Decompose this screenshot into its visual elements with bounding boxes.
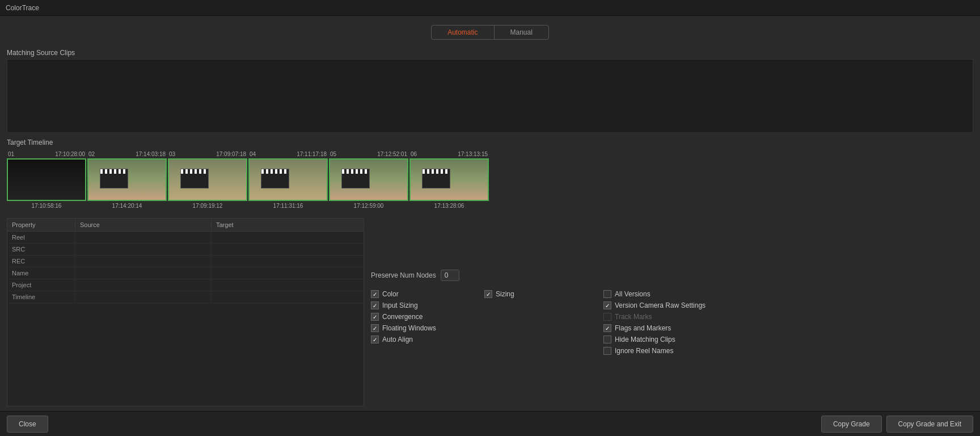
automatic-mode-button[interactable]: Automatic bbox=[432, 26, 494, 39]
clip-start-tc: 17:09:07:18 bbox=[216, 151, 246, 157]
prop-cell-source bbox=[75, 267, 212, 279]
check-item-ignore_reel_names: Ignore Reel Names bbox=[603, 347, 734, 355]
prop-row-src: SRC bbox=[7, 244, 364, 255]
checkbox-auto_align[interactable] bbox=[371, 336, 379, 343]
prop-cell-target bbox=[212, 255, 364, 267]
prop-cell-source bbox=[75, 232, 212, 243]
clapboard-icon bbox=[422, 169, 450, 188]
prop-cell-target bbox=[212, 244, 364, 255]
options-col-1: Color Input Sizing Convergence Floating … bbox=[371, 290, 473, 343]
clip-scene bbox=[411, 160, 488, 200]
prop-row-project: Project bbox=[7, 279, 364, 291]
label-convergence[interactable]: Convergence bbox=[382, 313, 423, 321]
main-content: Automatic Manual Matching Source Clips T… bbox=[0, 16, 980, 436]
prop-row-rec: REC bbox=[7, 255, 364, 267]
prop-cell-source bbox=[75, 255, 212, 267]
label-auto_align[interactable]: Auto Align bbox=[382, 336, 413, 343]
prop-cell-property: Project bbox=[7, 279, 75, 291]
label-all_versions[interactable]: All Versions bbox=[615, 290, 650, 298]
label-floating_windows[interactable]: Floating Windows bbox=[382, 324, 436, 332]
timeline-clip-2[interactable]: 02 17:14:03:18 17:14:20:14 bbox=[87, 151, 167, 209]
mode-section: Automatic Manual bbox=[0, 16, 980, 45]
checkbox-input_sizing[interactable] bbox=[371, 301, 379, 309]
clip-thumbnail[interactable] bbox=[409, 158, 489, 201]
clip-thumbnail[interactable] bbox=[329, 158, 408, 201]
clip-header: 06 17:13:13:15 bbox=[409, 151, 489, 157]
timeline-clip-5[interactable]: 05 17:12:52:01 17:12:59:00 bbox=[329, 151, 408, 209]
clapboard-icon bbox=[261, 169, 289, 188]
prop-col-source: Source bbox=[75, 219, 212, 231]
checkbox-color[interactable] bbox=[371, 290, 379, 298]
clip-id: 01 bbox=[8, 151, 14, 157]
checkbox-all_versions[interactable] bbox=[603, 290, 611, 298]
prop-cell-target bbox=[212, 291, 364, 303]
title-bar: ColorTrace bbox=[0, 0, 980, 16]
clip-id: 05 bbox=[330, 151, 336, 157]
check-item-all_versions: All Versions bbox=[603, 290, 734, 298]
options-columns: Color Input Sizing Convergence Floating … bbox=[371, 290, 973, 355]
clapboard-icon bbox=[180, 169, 209, 188]
clip-end-tc: 17:10:58:16 bbox=[32, 203, 62, 209]
checkbox-flags_markers[interactable] bbox=[603, 324, 611, 332]
clip-header: 03 17:09:07:18 bbox=[168, 151, 247, 157]
matching-clips-area bbox=[7, 59, 973, 133]
prop-row-reel: Reel bbox=[7, 232, 364, 244]
clip-start-tc: 17:11:17:18 bbox=[297, 151, 327, 157]
timeline-clips: 01 17:10:28:00 17:10:58:16 02 17:14:03:1… bbox=[7, 149, 973, 211]
copy-grade-exit-button[interactable]: Copy Grade and Exit bbox=[886, 416, 973, 433]
preserve-num-nodes-label: Preserve Num Nodes bbox=[371, 271, 436, 279]
label-color[interactable]: Color bbox=[382, 290, 399, 298]
clip-thumbnail[interactable] bbox=[7, 158, 86, 201]
label-track_marks: Track Marks bbox=[615, 313, 652, 321]
manual-mode-button[interactable]: Manual bbox=[495, 26, 548, 39]
prop-cell-source bbox=[75, 291, 212, 303]
prop-cell-target bbox=[212, 279, 364, 291]
check-item-hide_matching: Hide Matching Clips bbox=[603, 336, 734, 343]
checkbox-floating_windows[interactable] bbox=[371, 324, 379, 332]
clip-start-tc: 17:13:13:15 bbox=[458, 151, 488, 157]
clip-start-tc: 17:12:52:01 bbox=[377, 151, 407, 157]
clip-thumbnail[interactable] bbox=[87, 158, 167, 201]
prop-cell-source bbox=[75, 244, 212, 255]
check-item-convergence: Convergence bbox=[371, 313, 473, 321]
prop-cell-target bbox=[212, 267, 364, 279]
timeline-clip-6[interactable]: 06 17:13:13:15 17:13:28:06 bbox=[409, 151, 489, 209]
clip-id: 04 bbox=[250, 151, 256, 157]
label-input_sizing[interactable]: Input Sizing bbox=[382, 301, 418, 309]
label-ignore_reel_names[interactable]: Ignore Reel Names bbox=[615, 347, 673, 355]
clip-end-tc: 17:12:59:00 bbox=[354, 203, 384, 209]
check-item-auto_align: Auto Align bbox=[371, 336, 473, 343]
check-item-version_camera_raw: Version Camera Raw Settings bbox=[603, 301, 734, 309]
bottom-bar: Close Copy Grade Copy Grade and Exit bbox=[0, 411, 980, 436]
right-buttons: Copy Grade Copy Grade and Exit bbox=[821, 416, 973, 433]
prop-table-header: Property Source Target bbox=[7, 219, 364, 232]
label-flags_markers[interactable]: Flags and Markers bbox=[615, 324, 671, 332]
clip-thumbnail[interactable] bbox=[248, 158, 328, 201]
copy-grade-button[interactable]: Copy Grade bbox=[821, 416, 882, 433]
clip-header: 05 17:12:52:01 bbox=[329, 151, 408, 157]
preserve-num-nodes-select[interactable]: 0 1 2 3 bbox=[441, 270, 459, 281]
prop-cell-property: REC bbox=[7, 255, 75, 267]
checkbox-convergence[interactable] bbox=[371, 313, 379, 321]
clip-scene bbox=[88, 160, 166, 200]
clip-thumbnail[interactable] bbox=[168, 158, 247, 201]
timeline-clip-4[interactable]: 04 17:11:17:18 17:11:31:16 bbox=[248, 151, 328, 209]
prop-cell-source bbox=[75, 279, 212, 291]
check-item-floating_windows: Floating Windows bbox=[371, 324, 473, 332]
checkbox-hide_matching[interactable] bbox=[603, 336, 611, 343]
mode-toggle: Automatic Manual bbox=[431, 25, 549, 40]
checkbox-ignore_reel_names[interactable] bbox=[603, 347, 611, 355]
close-button[interactable]: Close bbox=[7, 416, 48, 433]
prop-cell-property: Timeline bbox=[7, 291, 75, 303]
timeline-clip-1[interactable]: 01 17:10:28:00 17:10:58:16 bbox=[7, 151, 86, 209]
checkbox-version_camera_raw[interactable] bbox=[603, 301, 611, 309]
timeline-clip-3[interactable]: 03 17:09:07:18 17:09:19:12 bbox=[168, 151, 247, 209]
prop-row-name: Name bbox=[7, 267, 364, 279]
label-hide_matching[interactable]: Hide Matching Clips bbox=[615, 336, 675, 343]
check-item-sizing: Sizing bbox=[484, 290, 586, 298]
clip-start-tc: 17:14:03:18 bbox=[136, 151, 166, 157]
checkbox-sizing[interactable] bbox=[484, 290, 492, 298]
label-sizing[interactable]: Sizing bbox=[496, 290, 514, 298]
prop-cell-property: SRC bbox=[7, 244, 75, 255]
label-version_camera_raw[interactable]: Version Camera Raw Settings bbox=[615, 301, 706, 309]
